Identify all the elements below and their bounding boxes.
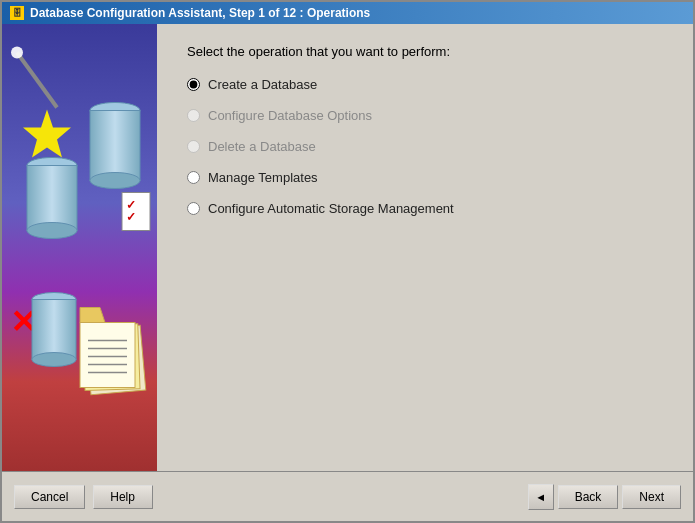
option-delete-database[interactable]: Delete a Database [187,139,663,154]
help-button[interactable]: Help [93,485,153,509]
svg-rect-4 [90,111,140,181]
svg-point-1 [11,47,23,59]
svg-point-15 [32,353,76,367]
title-bar-icon: 🗄 [10,6,24,20]
svg-line-0 [17,53,57,108]
bottom-bar: Cancel Help ◄ Back Next [2,471,693,521]
back-arrow-button[interactable]: ◄ [528,484,554,510]
label-configure-options: Configure Database Options [208,108,372,123]
svg-point-8 [27,223,77,239]
svg-rect-18 [80,323,135,388]
main-window: 🗄 Database Configuration Assistant, Step… [0,0,695,523]
radio-configure-asm[interactable] [187,202,200,215]
option-configure-asm[interactable]: Configure Automatic Storage Management [187,201,663,216]
svg-rect-7 [27,166,77,231]
title-bar-text: Database Configuration Assistant, Step 1… [30,6,370,20]
radio-configure-options[interactable] [187,109,200,122]
label-configure-asm[interactable]: Configure Automatic Storage Management [208,201,454,216]
nav-buttons: ◄ Back Next [528,484,681,510]
content-area: ✓ ✓ ✕ [2,24,693,471]
back-button[interactable]: Back [558,485,619,509]
option-configure-options[interactable]: Configure Database Options [187,108,663,123]
radio-create-database[interactable] [187,78,200,91]
title-bar: 🗄 Database Configuration Assistant, Step… [2,2,693,24]
svg-rect-14 [32,300,76,360]
radio-group: Create a Database Configure Database Opt… [187,77,663,216]
option-manage-templates[interactable]: Manage Templates [187,170,663,185]
right-options-panel: Select the operation that you want to pe… [157,24,693,471]
cancel-button[interactable]: Cancel [14,485,85,509]
label-manage-templates[interactable]: Manage Templates [208,170,318,185]
option-create-database[interactable]: Create a Database [187,77,663,92]
svg-text:✓: ✓ [126,210,136,224]
radio-manage-templates[interactable] [187,171,200,184]
svg-marker-2 [23,110,71,158]
instruction-text: Select the operation that you want to pe… [187,44,663,59]
next-button[interactable]: Next [622,485,681,509]
label-delete-database: Delete a Database [208,139,316,154]
label-create-database[interactable]: Create a Database [208,77,317,92]
radio-delete-database[interactable] [187,140,200,153]
left-illustration-panel: ✓ ✓ ✕ [2,24,157,471]
svg-point-5 [90,173,140,189]
